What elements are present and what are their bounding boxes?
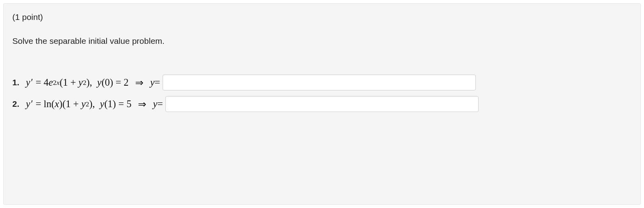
problem-equation: y ′ = ln(x)(1 + y2), y(1) = 5 ⇒ y= <box>26 98 163 110</box>
answer-input-1[interactable] <box>163 75 476 90</box>
problem-equation: y ′ = 4e2x(1 + y2), y(0) = 2 ⇒ y= <box>26 77 160 88</box>
answer-input-2[interactable] <box>165 96 479 112</box>
problem-number: 2. <box>12 99 20 109</box>
instructions-text: Solve the separable initial value proble… <box>12 36 632 46</box>
points-label: (1 point) <box>12 12 632 22</box>
problem-row: 1. y ′ = 4e2x(1 + y2), y(0) = 2 ⇒ y= <box>12 75 632 90</box>
problem-panel: (1 point) Solve the separable initial va… <box>3 3 641 205</box>
problem-row: 2. y ′ = ln(x)(1 + y2), y(1) = 5 ⇒ y= <box>12 96 632 112</box>
problem-number: 1. <box>12 78 20 87</box>
